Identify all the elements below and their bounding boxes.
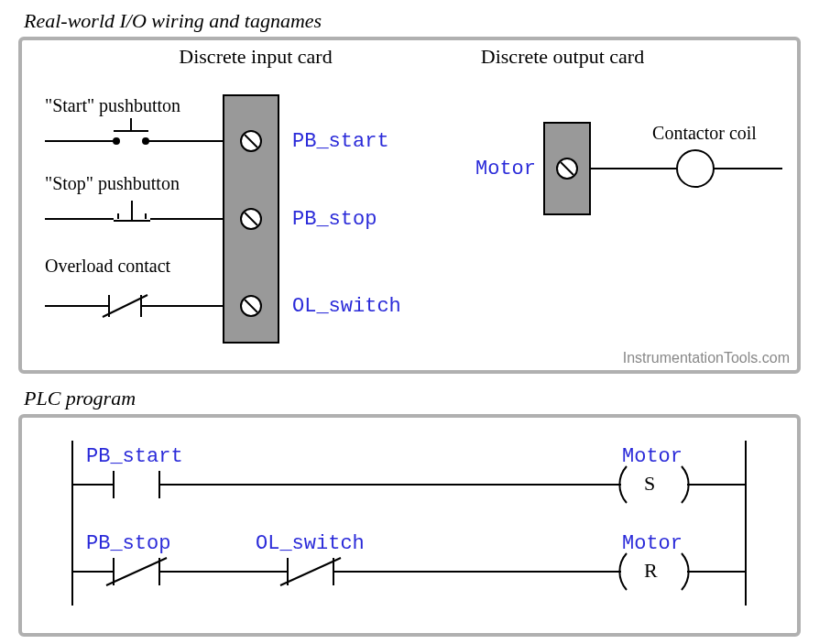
wiring-panel-title: Real-world I/O wiring and tagnames [24,9,801,33]
rung2-contact2-tag: OL_switch [256,532,420,555]
contactor-coil-label: Contactor coil [627,123,782,144]
start-pushbutton-label: "Start" pushbutton [45,95,228,116]
rung2-coil-tag: Motor [622,532,732,555]
overload-contact-label: Overload contact [45,256,228,277]
svg-line-44 [280,558,341,585]
ladder-diagram-svg: PB_start Motor S PB_stop [22,418,795,626]
plc-panel-title: PLC program [24,387,801,410]
svg-line-40 [106,558,167,585]
wiring-diagram-svg: Discrete input card Discrete output card… [22,40,795,363]
svg-point-4 [143,138,148,144]
credit-text: InstrumentationTools.com [623,350,790,366]
plc-panel: PB_start Motor S PB_stop [18,414,801,637]
rung2-contact1-tag: PB_stop [86,532,224,555]
start-pushbutton-symbol [45,118,224,144]
rung1-coil-letter: S [644,472,672,496]
output-card-label: Discrete output card [471,45,654,69]
rung2-coil-letter: R [644,559,672,583]
stop-pushbutton-label: "Stop" pushbutton [45,173,228,194]
tag-ol-switch: OL_switch [292,295,475,318]
tag-pb-stop: PB_stop [292,208,457,231]
input-card-label: Discrete input card [173,45,338,69]
svg-point-3 [114,138,119,144]
terminal-icon [241,296,261,316]
terminal-icon [241,131,261,151]
stop-pushbutton-symbol [45,201,224,221]
tag-motor: Motor [475,158,549,180]
terminal-icon [557,158,577,179]
tag-pb-start: PB_start [292,130,457,153]
contactor-coil-icon [677,150,714,187]
rung1-coil-tag: Motor [622,445,732,468]
overload-contact-symbol [45,295,224,317]
terminal-icon [241,209,261,229]
wiring-panel: Discrete input card Discrete output card… [18,37,801,374]
rung1-contact1-tag: PB_start [86,445,224,468]
